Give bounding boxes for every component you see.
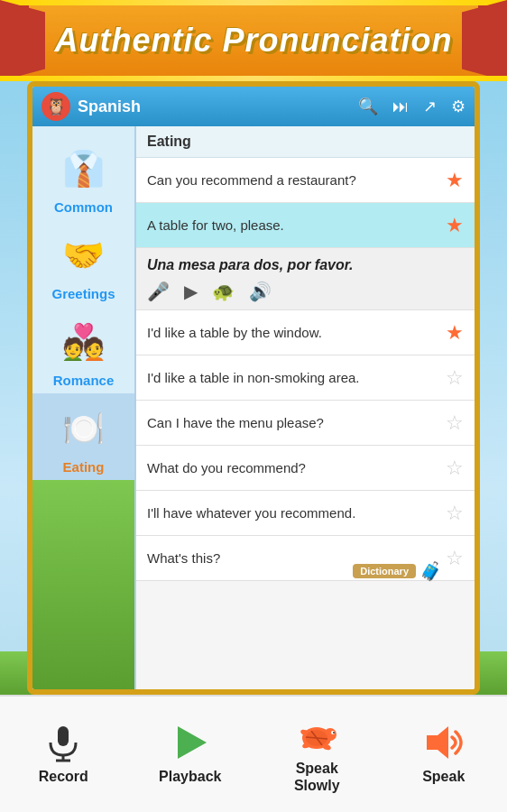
- star-icon-7[interactable]: ☆: [446, 502, 464, 525]
- top-bar-title: Spanish: [78, 97, 358, 116]
- sidebar-item-common[interactable]: 👔 Common: [32, 134, 134, 220]
- phrase-text-6: What do you recommend?: [147, 458, 438, 477]
- eating-image: 🍽️: [52, 399, 115, 457]
- record-label: Record: [39, 768, 88, 785]
- sidebar-label-greetings: Greetings: [51, 286, 115, 301]
- star-icon-1[interactable]: ★: [446, 169, 464, 192]
- banner-gold-top: [0, 0, 507, 5]
- speak-icon: [421, 723, 466, 762]
- sidebar-item-eating[interactable]: 🍽️ Eating: [32, 393, 134, 480]
- banner: Authentic Pronunciation: [0, 0, 507, 81]
- chest-icon: 🧳: [419, 560, 442, 582]
- sidebar: 👔 Common 🤝 Greetings 💑 Romance 🍽️ Eating: [32, 126, 136, 689]
- category-header: Eating: [136, 126, 475, 158]
- speaker-ctrl-icon[interactable]: 🔊: [249, 281, 272, 302]
- phrase-item-2[interactable]: A table for two, please. ★: [136, 203, 475, 248]
- star-icon-6[interactable]: ☆: [446, 457, 464, 480]
- speak-slowly-label: SpeakSlowly: [294, 760, 340, 794]
- speak-label: Speak: [422, 768, 465, 785]
- app-icon: 🦉: [41, 92, 70, 121]
- record-icon: [43, 723, 83, 762]
- sidebar-grass: [32, 480, 134, 689]
- phrase-text-5: Can I have the menu please?: [147, 413, 438, 432]
- playback-button[interactable]: Playback: [141, 723, 240, 785]
- main-phrase-list: Eating Can you recommend a restaurant? ★…: [136, 126, 475, 689]
- bottom-bar: Record Playback: [0, 695, 507, 812]
- search-icon[interactable]: 🔍: [358, 97, 378, 116]
- phrase-item-4[interactable]: I'd like a table in non-smoking area. ☆: [136, 355, 475, 401]
- phone-frame: 🦉 Spanish 🔍 ⏭ ↗ ⚙ 👔 Common 🤝 Greetings: [27, 81, 480, 695]
- phrase-text-3: I'd like a table by the window.: [147, 323, 438, 342]
- phrase-item-5[interactable]: Can I have the menu please? ☆: [136, 401, 475, 446]
- sidebar-item-greetings[interactable]: 🤝 Greetings: [32, 220, 134, 307]
- audio-controls: 🎤 ▶ 🐢 🔊: [147, 281, 272, 302]
- svg-point-13: [333, 732, 335, 734]
- sidebar-label-common: Common: [54, 199, 113, 215]
- banner-title: Authentic Pronunciation: [55, 22, 453, 60]
- phrase-item-7[interactable]: I'll have whatever you recommend. ☆: [136, 491, 475, 536]
- phrase-text-1: Can you recommend a restaurant?: [147, 171, 438, 189]
- turtle-ctrl-icon[interactable]: 🐢: [212, 281, 235, 302]
- phrase-item-8[interactable]: What's this? ☆ Dictionary 🧳: [136, 536, 475, 581]
- top-bar-actions: 🔍 ⏭ ↗ ⚙: [358, 97, 466, 116]
- translation-text: Una mesa para dos, por favor.: [147, 255, 354, 275]
- star-icon-2[interactable]: ★: [446, 214, 464, 237]
- banner-gold-bottom: [0, 76, 507, 81]
- speak-slowly-icon: [294, 715, 339, 754]
- speak-button[interactable]: Speak: [394, 723, 493, 785]
- phrase-text-2: A table for two, please.: [147, 216, 438, 235]
- content-area: 👔 Common 🤝 Greetings 💑 Romance 🍽️ Eating: [32, 126, 475, 689]
- sidebar-label-eating: Eating: [63, 459, 105, 475]
- translation-row: Una mesa para dos, por favor. 🎤 ▶ 🐢 🔊: [136, 248, 475, 310]
- sidebar-item-romance[interactable]: 💑 Romance: [32, 307, 134, 393]
- svg-rect-0: [58, 726, 69, 746]
- record-ctrl-icon[interactable]: 🎤: [147, 281, 170, 302]
- star-icon-8[interactable]: ☆: [446, 547, 464, 570]
- star-icon-5[interactable]: ☆: [446, 411, 464, 435]
- romance-image: 💑: [52, 312, 115, 371]
- common-image: 👔: [52, 139, 115, 198]
- sidebar-label-romance: Romance: [53, 373, 115, 388]
- settings-icon[interactable]: ⚙: [451, 97, 466, 116]
- phrase-text-4: I'd like a table in non-smoking area.: [147, 368, 438, 387]
- playback-label: Playback: [159, 768, 221, 785]
- greetings-image: 🤝: [52, 226, 115, 284]
- star-icon-4[interactable]: ☆: [446, 366, 464, 390]
- speak-slowly-button[interactable]: SpeakSlowly: [267, 715, 366, 794]
- playback-icon: [171, 723, 210, 762]
- play-ctrl-icon[interactable]: ▶: [184, 281, 198, 302]
- star-icon-3[interactable]: ★: [446, 321, 464, 345]
- svg-marker-14: [427, 726, 448, 759]
- record-button[interactable]: Record: [14, 723, 113, 785]
- banner-ribbon-right: [462, 0, 507, 81]
- phrase-text-7: I'll have whatever you recommend.: [147, 503, 438, 522]
- svg-marker-3: [178, 726, 207, 759]
- phrase-item-6[interactable]: What do you recommend? ☆: [136, 446, 475, 491]
- banner-ribbon-left: [0, 0, 45, 81]
- dictionary-button[interactable]: Dictionary: [353, 564, 416, 578]
- phrase-item-1[interactable]: Can you recommend a restaurant? ★: [136, 158, 475, 203]
- top-bar: 🦉 Spanish 🔍 ⏭ ↗ ⚙: [32, 87, 475, 126]
- phrase-item-3[interactable]: I'd like a table by the window. ★: [136, 310, 475, 355]
- dictionary-area: Dictionary 🧳: [353, 560, 442, 582]
- share-icon[interactable]: ↗: [423, 97, 437, 116]
- skip-icon[interactable]: ⏭: [392, 97, 409, 116]
